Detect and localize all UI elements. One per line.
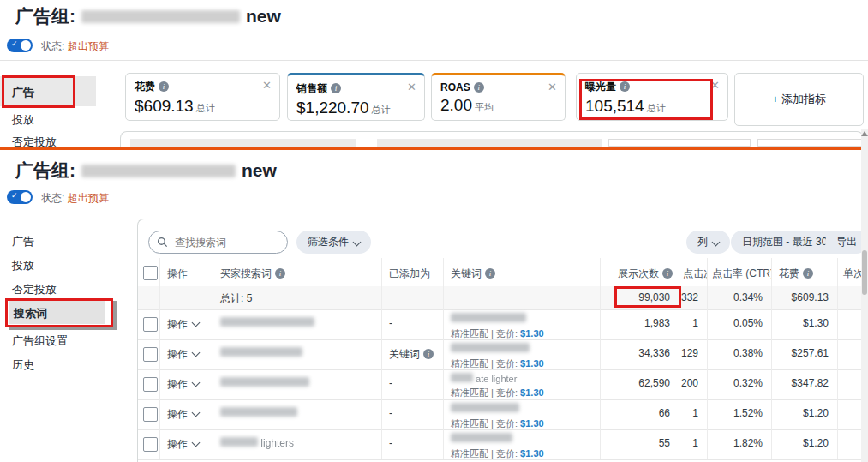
sidebar-item-targeting-top[interactable]: 投放 <box>12 112 34 128</box>
header-clicks[interactable]: 点击次数 <box>679 258 708 286</box>
vertical-scrollbar-track[interactable] <box>861 129 868 462</box>
bid-link[interactable]: $1.30 <box>520 418 544 429</box>
header-ctr[interactable]: 点击率 (CTR) <box>708 258 772 286</box>
chevron-down-icon <box>353 238 362 247</box>
select-all-checkbox[interactable] <box>143 266 158 280</box>
chevron-down-icon <box>192 439 201 447</box>
top-title-suffix: new <box>246 6 281 27</box>
info-icon[interactable] <box>485 268 495 279</box>
row-action-menu[interactable]: 操作 <box>160 429 213 459</box>
sidebar-item-ads-top[interactable]: 广告 <box>12 85 34 100</box>
filter-button[interactable]: 筛选条件 <box>296 231 371 254</box>
row-checkbox[interactable] <box>143 437 158 452</box>
bid-link[interactable]: $1.30 <box>520 448 544 459</box>
metric-sales-value: $1,220.70 <box>296 99 369 117</box>
red-divider-line <box>0 147 868 150</box>
row-action-menu[interactable]: 操作 <box>160 309 213 339</box>
header-action[interactable]: 操作 <box>160 258 213 286</box>
row-checkbox[interactable] <box>143 407 158 422</box>
search-input[interactable] <box>148 231 288 254</box>
totals-action-cell <box>160 286 213 309</box>
info-icon[interactable] <box>803 268 813 279</box>
row-checkbox[interactable] <box>143 377 158 392</box>
header-term-label: 买家搜索词 <box>220 267 272 279</box>
info-icon[interactable] <box>275 268 285 279</box>
match-bid-prefix: 精准匹配 | 竞价: <box>451 358 518 369</box>
sidebar-item-negative[interactable]: 否定投放 <box>12 282 57 297</box>
row-action-menu[interactable]: 操作 <box>160 369 213 399</box>
bid-link[interactable]: $1.30 <box>520 328 544 339</box>
term-visible-text: lighters <box>260 437 294 449</box>
chevron-down-icon <box>192 319 201 327</box>
top-section: 广告组: new 状态: 超出预算 广告 投放 否定投放 花费 ✕ $609.1… <box>0 0 868 147</box>
chevron-down-icon <box>192 379 201 387</box>
metric-impressions-unit: 总计 <box>647 103 666 113</box>
close-icon[interactable]: ✕ <box>710 79 720 92</box>
bottom-status-label: 状态: <box>41 192 64 204</box>
header-added-as[interactable]: 已添加为 <box>382 258 444 286</box>
buyer-search-term <box>213 339 382 369</box>
added-as-cell: - <box>382 429 444 459</box>
top-status-label: 状态: <box>41 40 64 52</box>
columns-button[interactable]: 列 <box>686 231 730 254</box>
clicks-cell: 129 <box>679 339 708 369</box>
sidebar-item-ads[interactable]: 广告 <box>12 234 34 249</box>
header-keyword-label: 关键词 <box>451 267 482 279</box>
row-checkbox[interactable] <box>143 347 158 362</box>
spend-cell: $347.82 <box>772 369 838 399</box>
info-icon[interactable] <box>423 349 434 359</box>
header-keyword[interactable]: 关键词 <box>444 258 601 286</box>
header-buyer-search-term[interactable]: 买家搜索词 <box>213 258 382 286</box>
metric-impressions-value: 105,514 <box>585 97 644 115</box>
top-status-toggle[interactable] <box>7 39 33 52</box>
metric-card-impressions: 曝光量 ✕ 105,514总计 <box>576 73 728 121</box>
add-metric-button[interactable]: + 添加指标 <box>734 73 864 126</box>
ctr-cell: 0.05% <box>708 309 772 339</box>
placeholder-tab <box>130 139 356 147</box>
info-icon[interactable] <box>662 268 673 279</box>
placeholder-tab <box>757 139 865 147</box>
header-impressions[interactable]: 展示次数 <box>601 258 679 286</box>
bottom-title-redacted <box>81 165 236 177</box>
action-label: 操作 <box>167 348 188 360</box>
bid-link[interactable]: $1.30 <box>520 358 544 369</box>
metric-roas-unit: 平均 <box>475 102 494 112</box>
bid-link[interactable]: $1.30 <box>520 387 544 398</box>
action-label: 操作 <box>167 408 188 420</box>
row-action-menu[interactable]: 操作 <box>160 399 213 429</box>
spend-cell: $1.20 <box>772 429 838 459</box>
metric-card-spend: 花费 ✕ $609.13总计 <box>125 73 280 121</box>
bottom-status-toggle[interactable] <box>7 190 33 204</box>
keyword-visible-text: ate lighter <box>476 374 517 384</box>
scrollbar-up-arrow[interactable] <box>861 131 868 136</box>
sidebar-item-search-terms[interactable]: 搜索词 <box>14 306 47 321</box>
close-icon[interactable]: ✕ <box>262 79 272 92</box>
buyer-search-term <box>213 369 382 399</box>
close-icon[interactable]: ✕ <box>548 81 557 93</box>
vertical-scrollbar-thumb[interactable] <box>862 250 867 295</box>
header-spend[interactable]: 花费 <box>772 258 838 286</box>
row-action-menu[interactable]: 操作 <box>160 339 213 369</box>
clicks-cell: 1 <box>679 399 708 429</box>
match-bid-prefix: 精准匹配 | 竞价: <box>451 328 518 339</box>
metric-spend-label: 花费 <box>135 81 155 93</box>
added-as-cell: - <box>382 309 444 339</box>
keyword-cell: 精准匹配 | 竞价: $1.30 <box>444 429 601 459</box>
sidebar-item-targeting[interactable]: 投放 <box>12 258 34 273</box>
close-icon[interactable]: ✕ <box>407 81 416 93</box>
columns-button-label: 列 <box>697 235 708 249</box>
info-icon[interactable] <box>331 83 341 93</box>
sidebar-item-settings[interactable]: 广告组设置 <box>12 333 68 349</box>
metric-spend-value: $609.13 <box>135 97 194 115</box>
info-icon[interactable] <box>159 81 169 92</box>
totals-keyword-cell <box>444 286 601 309</box>
row-checkbox[interactable] <box>143 317 158 332</box>
info-icon[interactable] <box>474 82 484 93</box>
info-icon[interactable] <box>620 81 630 92</box>
placeholder-tab <box>608 139 751 147</box>
table-row: 操作 关键词 精准匹配 | 竞价: $1.30 34,336 129 0.38%… <box>138 339 868 370</box>
header-impressions-label: 展示次数 <box>618 267 659 279</box>
sidebar-item-history[interactable]: 历史 <box>12 357 34 373</box>
totals-checkbox-cell <box>138 286 160 309</box>
bottom-title-suffix: new <box>242 160 277 181</box>
